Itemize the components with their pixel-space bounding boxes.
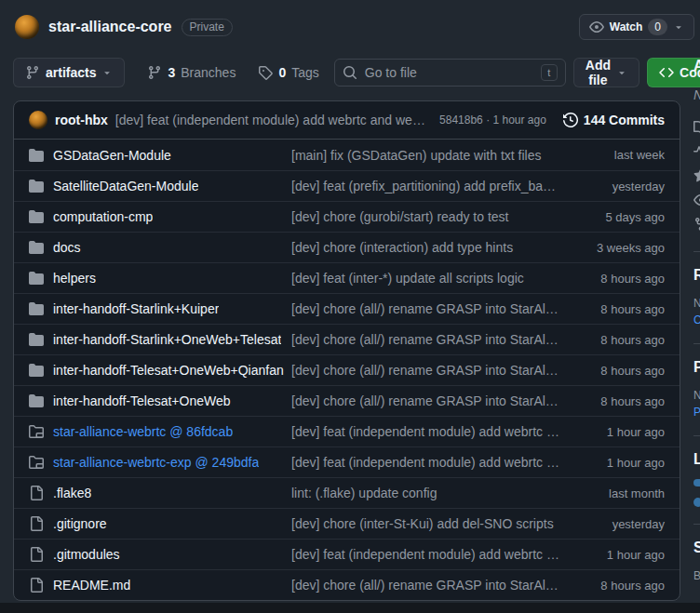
workflows-subtitle: Based on your tech stack xyxy=(693,567,700,584)
sidebar-divider xyxy=(693,435,700,436)
toolbar: artifacts 3 Branches 0 Tags t Add file xyxy=(13,58,680,87)
repo-title[interactable]: star-alliance-core xyxy=(48,19,172,35)
branch-selector-button[interactable]: artifacts xyxy=(13,58,125,87)
repo-owner-avatar[interactable] xyxy=(15,15,39,39)
row-commit-age: 1 hour ago xyxy=(560,456,665,470)
file-name-link[interactable]: star-alliance-webrtc @ 86fdcab xyxy=(53,424,233,439)
folder-icon xyxy=(29,240,44,255)
languages-heading: Languages xyxy=(693,451,700,468)
content-column: artifacts 3 Branches 0 Tags t Add file xyxy=(13,48,680,601)
chevron-down-icon xyxy=(616,67,627,78)
eye-icon xyxy=(589,20,604,34)
row-commit-age: 8 hours ago xyxy=(560,579,665,593)
table-row: helpers[dev] feat (inter-*) update all s… xyxy=(14,262,680,293)
row-commit-age: 8 hours ago xyxy=(560,272,665,286)
row-commit-message-link[interactable]: [dev] feat (prefix_partitioning) add pre… xyxy=(291,179,560,193)
tags-link[interactable]: 0 Tags xyxy=(250,65,326,80)
file-name-link[interactable]: docs xyxy=(53,240,81,255)
table-row: SatelliteDataGen-Module[dev] feat (prefi… xyxy=(14,170,680,201)
file-name-link[interactable]: .gitmodules xyxy=(53,547,120,562)
tag-icon xyxy=(258,65,273,80)
file-name-link[interactable]: .gitignore xyxy=(53,516,107,531)
sidebar-meta-item[interactable]: Stars xyxy=(693,164,700,188)
releases-empty-text: No releases published xyxy=(693,295,700,312)
commit-hash-time[interactable]: 58418b6 · 1 hour ago xyxy=(439,113,546,127)
file-name-link[interactable]: .flake8 xyxy=(53,486,91,500)
row-commit-message-link[interactable]: [main] fix (GSDataGen) update with txt f… xyxy=(291,148,560,163)
row-commit-age: 3 weeks ago xyxy=(560,241,665,255)
file-name-link[interactable]: SatelliteDataGen-Module xyxy=(53,179,198,193)
file-name-link[interactable]: GSDataGen-Module xyxy=(53,148,171,163)
table-row: inter-handoff-Telesat+OneWeb+Qianfan[dev… xyxy=(14,354,680,385)
fork-icon xyxy=(693,217,700,232)
file-icon xyxy=(29,578,44,593)
sidebar-meta-item[interactable]: Watching xyxy=(693,188,700,212)
row-commit-message-link[interactable]: [dev] feat (independent module) add webr… xyxy=(291,547,560,562)
chevron-down-icon xyxy=(673,21,684,33)
row-commit-message-link[interactable]: [dev] chore (all/) rename GRASP into Sta… xyxy=(291,301,560,316)
search-input[interactable] xyxy=(365,65,533,80)
file-name-link[interactable]: inter-handoff-Starlink+OneWeb+Telesat xyxy=(53,332,281,347)
file-name-link[interactable]: inter-handoff-Starlink+Kuiper xyxy=(53,301,219,316)
sidebar-divider xyxy=(693,343,700,344)
row-commit-age: 8 hours ago xyxy=(560,364,665,378)
row-commit-message-link[interactable]: [dev] feat (independent module) add webr… xyxy=(291,424,560,439)
go-to-file-search[interactable]: t xyxy=(334,59,566,87)
watch-label: Watch xyxy=(610,20,643,33)
window-bottom-strip xyxy=(0,603,700,613)
branches-link[interactable]: 3 Branches xyxy=(140,65,243,80)
sidebar-meta-item[interactable]: Activity xyxy=(693,140,700,164)
row-commit-age: last month xyxy=(560,486,665,500)
code-button[interactable]: Code xyxy=(647,58,700,87)
language-entry[interactable]: Python 100.0% xyxy=(693,496,700,509)
row-commit-message-link[interactable]: [dev] feat (inter-*) update all scripts … xyxy=(291,271,560,286)
create-release-link[interactable]: Create a new release xyxy=(693,312,700,328)
row-commit-message-link[interactable]: [dev] feat (independent module) add webr… xyxy=(291,455,560,470)
file-name-link[interactable]: helpers xyxy=(53,271,96,286)
row-commit-message-link[interactable]: [dev] chore (all/) rename GRASP into Sta… xyxy=(291,363,560,378)
latest-commit-message[interactable]: [dev] feat (independent module) add webr… xyxy=(115,113,432,127)
row-commit-age: yesterday xyxy=(560,517,665,531)
file-name-link[interactable]: README.md xyxy=(53,578,130,593)
releases-heading: Releases xyxy=(693,267,700,284)
commit-author-avatar[interactable] xyxy=(29,111,47,129)
sidebar-meta-item[interactable]: Forks xyxy=(693,212,700,236)
file-icon xyxy=(29,486,44,500)
row-commit-message-link[interactable]: [dev] chore (inter-St-Kui) add del-SNO s… xyxy=(291,516,560,531)
file-name-link[interactable]: inter-handoff-Telesat+OneWeb+Qianfan xyxy=(53,363,284,378)
commit-history-link[interactable]: 144 Commits xyxy=(563,113,665,127)
folder-icon xyxy=(29,393,44,408)
folder-icon xyxy=(29,148,44,163)
file-rows: GSDataGen-Module[main] fix (GSDataGen) u… xyxy=(14,140,680,600)
repo-description: No description, website, or topics provi… xyxy=(693,86,700,104)
row-commit-message-link[interactable]: [dev] chore (gurobi/start) ready to test xyxy=(291,209,560,224)
search-icon xyxy=(343,65,357,80)
file-icon xyxy=(29,547,44,562)
table-row: GSDataGen-Module[main] fix (GSDataGen) u… xyxy=(14,140,680,170)
repo-sidebar: About No description, website, or topics… xyxy=(693,48,700,601)
row-commit-age: 1 hour ago xyxy=(560,548,665,562)
row-commit-message-link[interactable]: [dev] chore (all/) rename GRASP into Sta… xyxy=(291,393,560,408)
row-commit-message-link[interactable]: [dev] chore (all/) rename GRASP into Sta… xyxy=(291,332,560,347)
language-dot xyxy=(693,498,700,507)
row-commit-message-link[interactable]: [dev] chore (interaction) add type hints xyxy=(291,240,560,255)
book-icon xyxy=(693,120,700,135)
row-commit-age: 1 hour ago xyxy=(560,425,665,439)
submodule-folder-icon xyxy=(29,455,44,470)
publish-package-link[interactable]: Publish your first package xyxy=(693,404,700,420)
row-commit-message-link[interactable]: [dev] chore (all/) rename GRASP into Sta… xyxy=(291,578,560,593)
watch-count: 0 xyxy=(648,19,667,35)
file-name-link[interactable]: inter-handoff-Telesat+OneWeb xyxy=(53,393,231,408)
watch-button[interactable]: Watch 0 xyxy=(579,14,694,40)
branches-count: 3 xyxy=(168,65,175,80)
tags-count: 0 xyxy=(278,65,286,80)
row-commit-message-link[interactable]: lint: (.flake) update config xyxy=(291,486,560,500)
add-file-button[interactable]: Add file xyxy=(573,58,639,87)
commit-author[interactable]: root-hbx xyxy=(55,113,108,127)
sidebar-meta-list: ReadmeActivityStarsWatchingForks xyxy=(693,115,700,236)
chevron-down-icon xyxy=(101,67,113,78)
file-name-link[interactable]: star-alliance-webrtc-exp @ 249bdfa xyxy=(53,455,259,470)
sidebar-meta-item[interactable]: Readme xyxy=(693,115,700,140)
file-name-link[interactable]: computation-cmp xyxy=(53,209,153,224)
eye-icon xyxy=(693,193,700,207)
